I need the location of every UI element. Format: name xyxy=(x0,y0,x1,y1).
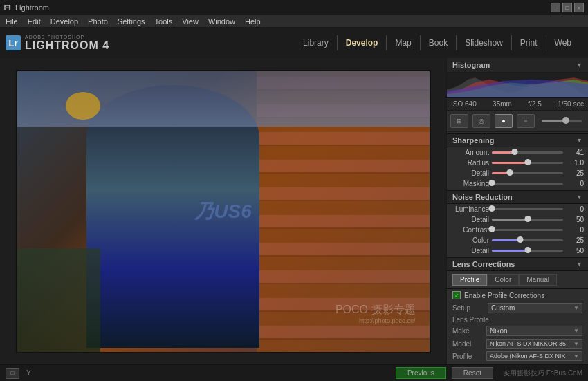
menubar: File Edit Develop Photo Settings Tools V… xyxy=(0,15,588,28)
nr-contrast-thumb xyxy=(489,226,495,232)
nr-detail-fill xyxy=(492,219,528,221)
tool-dot[interactable]: ● xyxy=(495,114,513,128)
nr-detail-label: Detail xyxy=(451,216,489,223)
histogram-arrow[interactable]: ▼ xyxy=(576,62,582,68)
nr-contrast-track[interactable] xyxy=(492,229,563,231)
sharpening-amount-track[interactable] xyxy=(492,151,563,154)
nr-detail-value: 50 xyxy=(566,216,584,223)
sharpening-detail-label: Detail xyxy=(451,169,489,177)
noise-reduction-header[interactable]: Noise Reduction ▼ xyxy=(447,190,588,204)
maximize-button[interactable]: □ xyxy=(562,3,572,12)
model-row: Model Nikon AF-S DX NIKKOR 35mm... ▼ xyxy=(447,338,588,349)
model-dropdown-icon: ▼ xyxy=(573,341,579,347)
adobe-text: ADOBE PHOTOSHOP xyxy=(25,35,109,39)
titlebar-controls: − □ × xyxy=(551,3,584,12)
menu-photo[interactable]: Photo xyxy=(88,17,108,26)
filmstrip-square[interactable]: □ xyxy=(6,368,19,379)
tool-lines[interactable]: ≡ xyxy=(517,114,535,128)
nr-color-detail-track[interactable] xyxy=(492,250,563,252)
make-dropdown[interactable]: Nikon ▼ xyxy=(486,326,582,336)
meta-aperture: f/2.5 xyxy=(528,100,541,108)
profile-dropdown-icon: ▼ xyxy=(573,353,579,360)
tab-print[interactable]: Print xyxy=(511,35,546,50)
tab-library[interactable]: Library xyxy=(295,35,337,50)
profile-value: Adobe (Nikon AF-S DX NIKKO... xyxy=(490,353,566,360)
menu-view[interactable]: View xyxy=(182,17,199,26)
menu-help[interactable]: Help xyxy=(245,17,261,26)
histogram-svg xyxy=(447,73,588,97)
sharpening-header[interactable]: Sharpening ▼ xyxy=(447,133,588,147)
bottom-spacer xyxy=(447,362,588,364)
meta-iso: ISO 640 xyxy=(451,100,477,108)
minimize-button[interactable]: − xyxy=(551,3,560,12)
nr-detail-track[interactable] xyxy=(492,219,563,221)
enable-corrections-checkbox[interactable]: ✓ xyxy=(452,291,461,299)
make-label: Make xyxy=(452,327,484,335)
tool-slider[interactable] xyxy=(542,120,582,122)
nr-detail-row: Detail 50 xyxy=(447,214,588,225)
profile-dropdown[interactable]: Adobe (Nikon AF-S DX NIKKO... ▼ xyxy=(486,351,582,361)
app-name: LIGHTROOM 4 xyxy=(25,39,109,52)
tool-grid[interactable]: ⊞ xyxy=(450,114,468,128)
noise-reduction-label: Noise Reduction xyxy=(452,193,513,201)
nr-contrast-value: 0 xyxy=(566,226,584,234)
lens-corrections-label: Lens Corrections xyxy=(452,260,515,268)
nr-color-detail-fill xyxy=(492,250,528,252)
menu-edit[interactable]: Edit xyxy=(28,17,41,26)
tool-circle[interactable]: ◎ xyxy=(472,114,490,128)
nr-luminance-thumb xyxy=(489,205,495,212)
tool-slider-thumb xyxy=(562,117,569,124)
reset-button[interactable]: Reset xyxy=(452,367,493,379)
sharpening-amount-label: Amount xyxy=(451,149,489,156)
noise-reduction-arrow: ▼ xyxy=(576,194,582,201)
sharpening-amount-thumb xyxy=(511,149,517,155)
tab-book[interactable]: Book xyxy=(420,35,456,50)
nr-contrast-label: Contrast xyxy=(451,226,489,234)
model-dropdown[interactable]: Nikon AF-S DX NIKKOR 35mm... ▼ xyxy=(486,339,582,349)
photo-watermark-url: http://photo.poco.cn/ xyxy=(336,317,416,324)
lens-tab-manual[interactable]: Manual xyxy=(519,274,557,286)
setup-row: Setup Custom ▼ xyxy=(447,301,588,315)
nr-luminance-label: Luminance xyxy=(451,205,489,213)
nr-contrast-row: Contrast 0 xyxy=(447,225,588,235)
histogram-area xyxy=(447,73,588,98)
sharpening-radius-track[interactable] xyxy=(492,162,563,164)
sharpening-masking-track[interactable] xyxy=(492,183,563,185)
sharpening-radius-value: 1.0 xyxy=(566,159,584,167)
sharpening-masking-label: Masking xyxy=(451,180,489,187)
sharpening-radius-thumb xyxy=(524,159,531,165)
setup-value[interactable]: Custom ▼ xyxy=(488,303,582,313)
menu-settings[interactable]: Settings xyxy=(118,17,145,26)
lens-profile-section-label: Lens Profile xyxy=(447,315,588,325)
close-button[interactable]: × xyxy=(574,3,584,12)
nr-luminance-track[interactable] xyxy=(492,208,563,210)
sharpening-detail-thumb xyxy=(506,169,513,176)
lens-corrections-arrow: ▼ xyxy=(576,261,582,268)
make-value: Nikon xyxy=(490,327,508,335)
photo-image: 乃US6 POCO 摄影专题 http://photo.poco.cn/ xyxy=(17,71,430,352)
nr-detail-thumb xyxy=(524,216,531,222)
nr-color-value: 25 xyxy=(566,236,584,244)
lens-tab-color[interactable]: Color xyxy=(487,274,519,286)
tab-map[interactable]: Map xyxy=(386,35,419,50)
main: 乃US6 POCO 摄影专题 http://photo.poco.cn/ His… xyxy=(0,58,588,364)
lens-corrections-header[interactable]: Lens Corrections ▼ xyxy=(447,257,588,271)
previous-button[interactable]: Previous xyxy=(396,367,446,379)
tab-develop[interactable]: Develop xyxy=(337,35,387,50)
menu-develop[interactable]: Develop xyxy=(50,17,78,26)
nr-luminance-row: Luminance 0 xyxy=(447,204,588,214)
menu-tools[interactable]: Tools xyxy=(155,17,173,26)
tab-web[interactable]: Web xyxy=(546,35,580,50)
sharpening-detail-track[interactable] xyxy=(492,172,563,174)
tab-slideshow[interactable]: Slideshow xyxy=(456,35,511,50)
menu-window[interactable]: Window xyxy=(208,17,235,26)
enable-corrections-row: ✓ Enable Profile Corrections xyxy=(447,289,588,301)
nr-color-track[interactable] xyxy=(492,239,563,241)
setup-value-text: Custom xyxy=(491,304,515,312)
menu-file[interactable]: File xyxy=(6,17,18,26)
lens-tab-profile[interactable]: Profile xyxy=(452,274,487,286)
nr-color-detail-value: 50 xyxy=(566,247,584,254)
lr-title-text: ADOBE PHOTOSHOP LIGHTROOM 4 xyxy=(25,35,109,52)
model-value: Nikon AF-S DX NIKKOR 35mm... xyxy=(490,340,566,347)
metadata-row: ISO 640 35mm f/2.5 1/50 sec xyxy=(447,98,588,111)
